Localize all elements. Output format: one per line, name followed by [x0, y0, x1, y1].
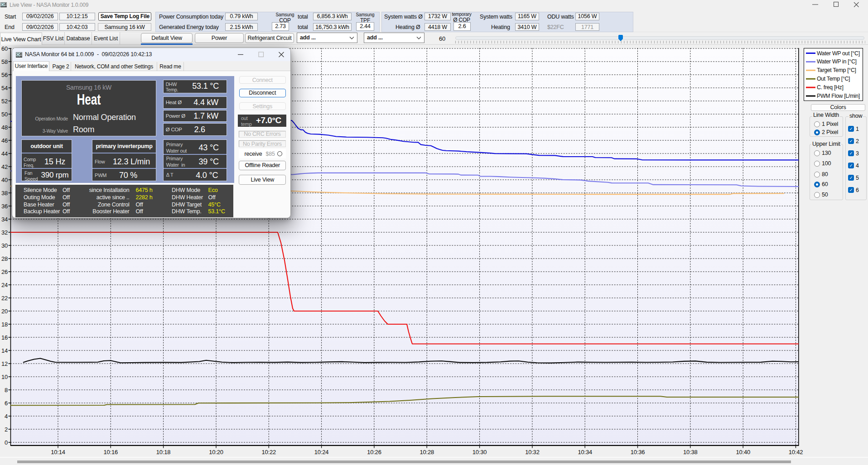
svg-text:22: 22	[1, 295, 8, 302]
svg-text:48: 48	[1, 124, 8, 131]
svg-text:40: 40	[1, 177, 8, 183]
svg-text:10:22: 10:22	[262, 449, 276, 455]
svg-text:54: 54	[1, 85, 8, 91]
svg-text:10:30: 10:30	[473, 449, 487, 455]
svg-text:18: 18	[1, 321, 8, 328]
svg-text:38: 38	[1, 190, 8, 197]
svg-text:8: 8	[5, 387, 8, 393]
svg-text:28: 28	[1, 255, 8, 262]
svg-text:26: 26	[1, 268, 8, 275]
svg-text:Water WP out [°C]: Water WP out [°C]	[817, 50, 860, 57]
svg-text:C. freq [Hz]: C. freq [Hz]	[817, 84, 844, 91]
svg-text:16: 16	[1, 334, 8, 341]
svg-text:6: 6	[5, 400, 8, 407]
svg-text:10:18: 10:18	[156, 449, 171, 455]
svg-text:10:32: 10:32	[525, 449, 540, 455]
svg-text:10:42: 10:42	[789, 449, 803, 455]
svg-text:10: 10	[1, 374, 8, 380]
svg-text:50: 50	[1, 111, 8, 118]
svg-text:12: 12	[1, 360, 8, 367]
svg-text:10:20: 10:20	[209, 449, 223, 455]
svg-text:60: 60	[1, 45, 8, 52]
svg-text:0: 0	[5, 439, 8, 446]
svg-text:44: 44	[1, 150, 8, 157]
svg-text:Out Temp [°C]: Out Temp [°C]	[817, 76, 850, 82]
svg-text:10:36: 10:36	[631, 449, 645, 455]
svg-text:Water WP in [°C]: Water WP in [°C]	[817, 58, 857, 65]
svg-text:56: 56	[1, 72, 8, 78]
svg-text:30: 30	[1, 242, 8, 249]
svg-text:10:38: 10:38	[683, 449, 698, 455]
svg-text:14: 14	[1, 347, 8, 354]
svg-text:Target Temp [°C]: Target Temp [°C]	[817, 67, 856, 73]
svg-text:52: 52	[1, 98, 8, 105]
svg-text:10:16: 10:16	[104, 449, 118, 455]
svg-text:10:14: 10:14	[51, 449, 65, 455]
svg-text:36: 36	[1, 203, 8, 210]
svg-text:10:26: 10:26	[367, 449, 381, 455]
svg-text:PWM Flow [L/min]: PWM Flow [L/min]	[817, 93, 860, 99]
svg-text:20: 20	[1, 308, 8, 315]
svg-text:10:34: 10:34	[578, 449, 592, 455]
svg-text:42: 42	[1, 163, 8, 170]
svg-text:10:40: 10:40	[736, 449, 750, 455]
svg-text:10:28: 10:28	[420, 449, 434, 455]
svg-text:32: 32	[1, 229, 8, 236]
svg-text:4: 4	[5, 413, 8, 420]
svg-text:10:24: 10:24	[314, 449, 329, 455]
svg-text:46: 46	[1, 137, 8, 144]
svg-text:58: 58	[1, 58, 8, 65]
svg-text:24: 24	[1, 282, 8, 288]
svg-text:2: 2	[5, 426, 8, 433]
svg-text:34: 34	[1, 216, 8, 223]
